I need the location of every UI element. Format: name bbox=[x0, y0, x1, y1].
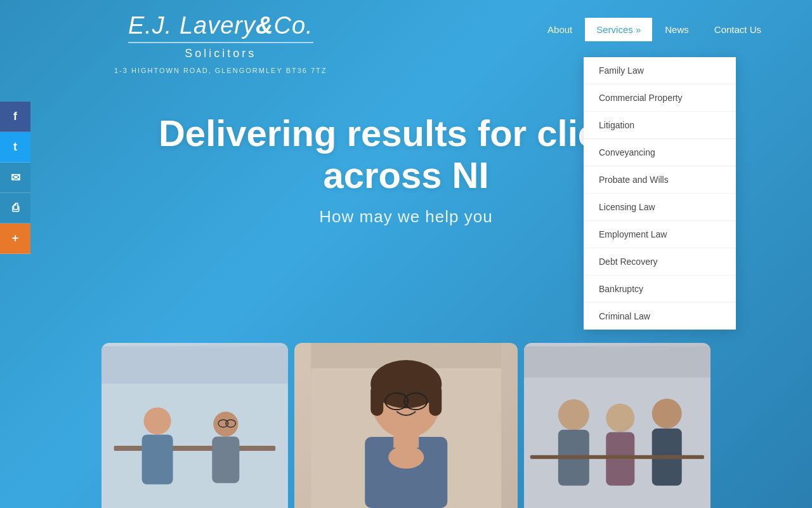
dropdown-item-bankruptcy[interactable]: Bankruptcy bbox=[584, 276, 736, 303]
dropdown-item-conveyancing[interactable]: Conveyancing bbox=[584, 139, 736, 166]
twitter-icon: t bbox=[13, 140, 17, 154]
image-left bbox=[102, 343, 288, 508]
image-right bbox=[524, 343, 710, 508]
nav-about[interactable]: About bbox=[535, 18, 585, 41]
social-sidebar: f t ✉ ⎙ + bbox=[0, 102, 30, 254]
logo-subtitle: Solicitors bbox=[185, 47, 256, 60]
nav-news[interactable]: News bbox=[652, 18, 702, 41]
dropdown-item-family-law[interactable]: Family Law bbox=[584, 57, 736, 84]
dropdown-item-debt-recovery[interactable]: Debt Recovery bbox=[584, 248, 736, 276]
svg-point-26 bbox=[606, 404, 635, 432]
svg-rect-6 bbox=[212, 436, 239, 483]
svg-rect-14 bbox=[370, 384, 383, 416]
svg-point-28 bbox=[652, 399, 682, 429]
twitter-button[interactable]: t bbox=[0, 132, 30, 163]
svg-rect-27 bbox=[606, 432, 635, 486]
dropdown-item-commercial-property[interactable]: Commercial Property bbox=[584, 84, 736, 112]
facebook-button[interactable]: f bbox=[0, 102, 30, 132]
more-icon: + bbox=[12, 232, 19, 245]
nav-contact[interactable]: Contact Us bbox=[702, 18, 774, 41]
image-center bbox=[294, 343, 518, 508]
more-button[interactable]: + bbox=[0, 224, 30, 254]
main-nav: About Services » News Contact Us bbox=[535, 18, 774, 41]
print-button[interactable]: ⎙ bbox=[0, 193, 30, 224]
email-button[interactable]: ✉ bbox=[0, 163, 30, 193]
svg-rect-4 bbox=[142, 434, 173, 484]
email-icon: ✉ bbox=[11, 171, 20, 185]
svg-rect-15 bbox=[429, 384, 442, 416]
svg-point-3 bbox=[144, 407, 171, 434]
svg-point-21 bbox=[388, 446, 424, 469]
svg-rect-30 bbox=[530, 455, 704, 459]
dropdown-item-criminal-law[interactable]: Criminal Law bbox=[584, 303, 736, 330]
nav-services[interactable]: Services » bbox=[585, 18, 652, 41]
logo-area: E.J. Lavery&Co. Solicitors 1-3 Hightown … bbox=[114, 13, 327, 74]
print-icon: ⎙ bbox=[12, 201, 19, 215]
images-strip bbox=[0, 343, 812, 508]
svg-point-24 bbox=[558, 399, 589, 431]
address-text: 1-3 Hightown Road, Glengormley BT36 7TZ bbox=[114, 67, 327, 74]
svg-rect-2 bbox=[114, 446, 276, 451]
dropdown-item-litigation[interactable]: Litigation bbox=[584, 112, 736, 139]
services-dropdown: Family Law Commercial Property Litigatio… bbox=[584, 57, 736, 330]
facebook-icon: f bbox=[13, 110, 17, 123]
dropdown-item-licensing-law[interactable]: Licensing Law bbox=[584, 194, 736, 221]
dropdown-item-employment-law[interactable]: Employment Law bbox=[584, 221, 736, 248]
dropdown-item-probate-wills[interactable]: Probate and Wills bbox=[584, 166, 736, 194]
logo-text: E.J. Lavery&Co. bbox=[128, 13, 313, 43]
